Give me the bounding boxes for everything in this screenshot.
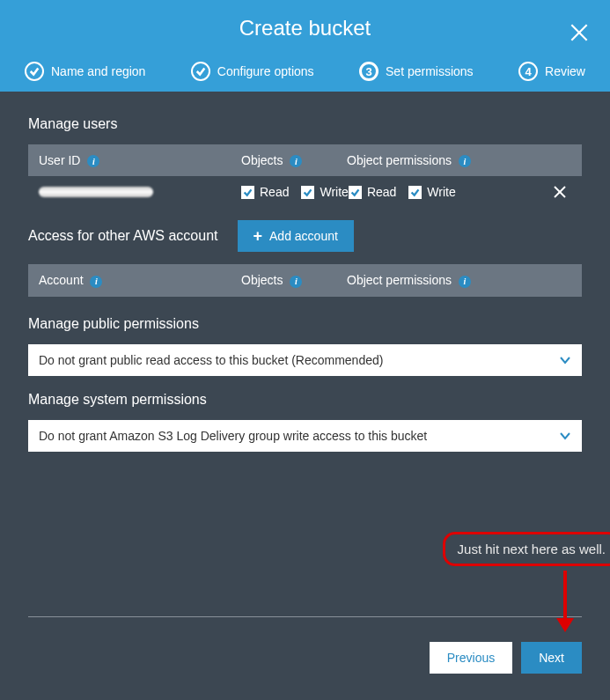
objects-cell: Read Write bbox=[241, 185, 349, 199]
step-label: Configure options bbox=[217, 64, 314, 78]
info-icon[interactable]: i bbox=[90, 276, 102, 288]
checkbox-checked-icon bbox=[241, 186, 254, 199]
footer-buttons: Previous Next bbox=[28, 642, 582, 674]
public-permissions-select[interactable]: Do not grant public read access to this … bbox=[28, 344, 582, 376]
step-set-permissions[interactable]: 3 Set permissions bbox=[359, 62, 474, 81]
column-label: Object permissions bbox=[347, 153, 452, 167]
checkbox-label-text: Read bbox=[367, 185, 396, 199]
permissions-write-checkbox[interactable]: Write bbox=[408, 185, 455, 199]
step-label: Review bbox=[545, 64, 585, 78]
add-account-button[interactable]: + Add account bbox=[238, 220, 354, 252]
user-id-redacted bbox=[39, 187, 153, 197]
button-label: Add account bbox=[269, 229, 338, 243]
object-permissions-cell: Read Write bbox=[349, 185, 554, 199]
info-icon[interactable]: i bbox=[459, 276, 471, 288]
step-name-region[interactable]: Name and region bbox=[25, 62, 145, 81]
column-object-permissions: Object permissions i bbox=[347, 273, 571, 287]
column-label: Objects bbox=[241, 273, 283, 287]
check-icon bbox=[191, 62, 210, 81]
objects-write-checkbox[interactable]: Write bbox=[301, 185, 348, 199]
access-other-account-heading: Access for other AWS account bbox=[28, 228, 218, 244]
footer-divider bbox=[28, 616, 582, 617]
close-icon bbox=[568, 21, 591, 44]
modal-header: Create bucket Name and region Configure … bbox=[0, 0, 610, 92]
column-label: Account bbox=[39, 273, 84, 287]
wizard-steps: Name and region Configure options 3 Set … bbox=[18, 56, 592, 92]
modal-footer: Previous Next bbox=[0, 616, 610, 700]
chevron-down-icon bbox=[559, 429, 571, 443]
plus-icon: + bbox=[254, 228, 263, 244]
user-row: Read Write Read Write bbox=[28, 176, 582, 208]
modal-title: Create bucket bbox=[18, 16, 592, 56]
manage-public-permissions-heading: Manage public permissions bbox=[28, 316, 582, 332]
user-id-cell bbox=[39, 187, 241, 197]
column-object-permissions: Object permissions i bbox=[347, 153, 571, 167]
manage-users-heading: Manage users bbox=[28, 116, 582, 132]
info-icon[interactable]: i bbox=[290, 155, 302, 167]
column-label: Objects bbox=[241, 153, 283, 167]
step-number-icon: 4 bbox=[518, 62, 538, 81]
info-icon[interactable]: i bbox=[290, 276, 302, 288]
objects-read-checkbox[interactable]: Read bbox=[241, 185, 289, 199]
column-objects: Objects i bbox=[241, 273, 347, 287]
column-label: Object permissions bbox=[347, 273, 452, 287]
step-label: Set permissions bbox=[386, 64, 474, 78]
chevron-down-icon bbox=[559, 353, 571, 367]
select-value: Do not grant public read access to this … bbox=[39, 353, 383, 367]
column-user-id: User ID i bbox=[39, 153, 241, 167]
accounts-table-header: Account i Objects i Object permissions i bbox=[28, 264, 582, 296]
modal-body: Manage users User ID i Objects i Object … bbox=[0, 92, 610, 616]
checkbox-label-text: Write bbox=[427, 185, 455, 199]
checkbox-checked-icon bbox=[408, 186, 422, 199]
permissions-read-checkbox[interactable]: Read bbox=[349, 185, 396, 199]
checkbox-label-text: Write bbox=[320, 185, 348, 199]
info-icon[interactable]: i bbox=[87, 155, 99, 167]
select-value: Do not grant Amazon S3 Log Delivery grou… bbox=[39, 429, 427, 443]
info-icon[interactable]: i bbox=[459, 155, 471, 167]
close-icon bbox=[554, 186, 566, 198]
checkbox-label-text: Read bbox=[260, 185, 289, 199]
check-icon bbox=[25, 62, 44, 81]
annotation-callout: Just hit next here as well. bbox=[443, 532, 610, 566]
step-label: Name and region bbox=[51, 64, 145, 78]
delete-user-button[interactable] bbox=[554, 186, 571, 198]
system-permissions-select[interactable]: Do not grant Amazon S3 Log Delivery grou… bbox=[28, 420, 582, 452]
manage-system-permissions-heading: Manage system permissions bbox=[28, 392, 582, 408]
users-table-header: User ID i Objects i Object permissions i bbox=[28, 144, 582, 176]
previous-button[interactable]: Previous bbox=[430, 642, 512, 674]
next-button[interactable]: Next bbox=[521, 642, 582, 674]
step-number-icon: 3 bbox=[359, 62, 378, 81]
step-configure-options[interactable]: Configure options bbox=[191, 62, 314, 81]
access-other-account-row: Access for other AWS account + Add accou… bbox=[28, 220, 582, 252]
checkbox-checked-icon bbox=[301, 186, 314, 199]
column-label: User ID bbox=[39, 153, 80, 167]
column-account: Account i bbox=[39, 273, 241, 287]
close-button[interactable] bbox=[568, 21, 591, 44]
column-objects: Objects i bbox=[241, 153, 347, 167]
checkbox-checked-icon bbox=[349, 186, 362, 199]
create-bucket-modal: Create bucket Name and region Configure … bbox=[0, 0, 610, 700]
step-review[interactable]: 4 Review bbox=[518, 62, 585, 81]
